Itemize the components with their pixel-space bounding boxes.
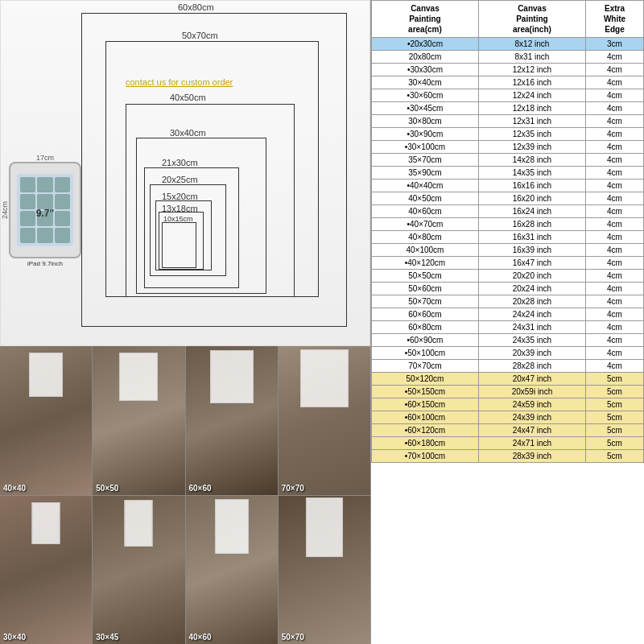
- cell-label-40x60: 40×60: [189, 633, 212, 642]
- cell-label-40x40: 40×40: [3, 484, 26, 493]
- table-cell-edge: 4cm: [586, 283, 644, 295]
- table-row: •50×150cm20x59i inch5cm: [372, 386, 644, 398]
- cell-label-50x50: 50×50: [96, 484, 118, 493]
- table-cell-inch: 12x16 inch: [478, 76, 585, 89]
- table-cell-inch: 16x20 inch: [478, 192, 585, 205]
- table-row: •30×60cm12x24 inch4cm: [372, 89, 644, 102]
- table-cell-cm: •40×120cm: [372, 257, 479, 270]
- table-row: •30x30cm12x12 inch4cm: [372, 64, 644, 76]
- table-row: •70×100cm28x39 inch5cm: [372, 450, 644, 463]
- table-cell-inch: 16x24 inch: [478, 205, 585, 218]
- table-cell-inch: 16x28 inch: [478, 218, 585, 231]
- table-cell-cm: 20x80cm: [372, 51, 479, 64]
- table-cell-inch: 16x47 inch: [478, 257, 585, 270]
- table-row: •40×40cm16x16 inch4cm: [372, 180, 644, 192]
- table-cell-cm: •30×45cm: [372, 102, 479, 115]
- table-cell-cm: 50×70cm: [372, 295, 479, 308]
- table-cell-edge: 4cm: [586, 167, 644, 180]
- table-cell-edge: 4cm: [586, 180, 644, 192]
- size-label-13x18: 13x18cm: [162, 204, 198, 213]
- table-row: •60×90cm24x35 inch4cm: [372, 334, 644, 347]
- table-cell-edge: 5cm: [586, 411, 644, 424]
- cell-label-50x70: 50×70: [282, 633, 304, 642]
- table-cell-inch: 20x24 inch: [478, 283, 585, 295]
- table-cell-edge: 4cm: [586, 51, 644, 64]
- table-row: 60×60cm24x24 inch4cm: [372, 308, 644, 321]
- table-cell-cm: •60×90cm: [372, 334, 479, 347]
- size-label-10x15: 10x15cm: [163, 215, 193, 223]
- table-row: 40×50cm16x20 inch4cm: [372, 192, 644, 205]
- size-label-60x80: 60x80cm: [178, 2, 214, 12]
- table-cell-cm: 50×60cm: [372, 283, 479, 295]
- table-row: 50×70cm20x28 inch4cm: [372, 295, 644, 308]
- size-label-15x20: 15x20cm: [162, 192, 198, 201]
- table-cell-cm: •60×180cm: [372, 437, 479, 450]
- size-cell-30x40: 30×40: [0, 496, 92, 645]
- table-cell-edge: 4cm: [586, 154, 644, 167]
- table-cell-cm: •30×90cm: [372, 128, 479, 141]
- cell-label-30x40: 30×40: [3, 633, 26, 642]
- cell-label-70x70: 70×70: [282, 484, 304, 493]
- table-cell-cm: •60×120cm: [372, 424, 479, 437]
- size-cell-30x45: 30×45: [93, 496, 184, 645]
- table-cell-cm: 70×70cm: [372, 360, 479, 373]
- table-row: •60×150cm24x59 inch5cm: [372, 398, 644, 411]
- table-row: 50×120cm20x47 inch5cm: [372, 373, 644, 386]
- table-cell-cm: 50×50cm: [372, 270, 479, 283]
- table-cell-cm: 40×100cm: [372, 244, 479, 257]
- table-cell-inch: 12x18 inch: [478, 102, 585, 115]
- table-header-edge: ExtraWhiteEdge: [586, 1, 644, 38]
- left-panel: 60x80cm 50x70cm contact us for custom or…: [0, 0, 370, 644]
- table-row: 35×70cm14x28 inch4cm: [372, 154, 644, 167]
- table-row: •40×70cm16x28 inch4cm: [372, 218, 644, 231]
- table-row: •40×120cm16x47 inch4cm: [372, 257, 644, 270]
- table-cell-cm: 40×50cm: [372, 192, 479, 205]
- table-row: •30×100cm12x39 inch4cm: [372, 141, 644, 154]
- table-row: •30×90cm12x35 inch4cm: [372, 128, 644, 141]
- table-row: 50×60cm20x24 inch4cm: [372, 283, 644, 295]
- table-row: •50×100cm20x39 inch4cm: [372, 347, 644, 360]
- size-table: CanvasPaintingarea(cm) CanvasPaintingare…: [371, 0, 644, 463]
- table-cell-edge: 4cm: [586, 244, 644, 257]
- table-cell-inch: 16x39 inch: [478, 244, 585, 257]
- table-cell-edge: 5cm: [586, 386, 644, 398]
- table-cell-cm: •70×100cm: [372, 450, 479, 463]
- table-cell-edge: 3cm: [586, 38, 644, 51]
- table-cell-inch: 8x31 inch: [478, 51, 585, 64]
- table-cell-edge: 4cm: [586, 218, 644, 231]
- table-row: 30×80cm12x31 inch4cm: [372, 115, 644, 128]
- table-cell-inch: 28x28 inch: [478, 360, 585, 373]
- table-cell-cm: 40×80cm: [372, 231, 479, 244]
- table-cell-edge: 4cm: [586, 205, 644, 218]
- table-cell-inch: 16x31 inch: [478, 231, 585, 244]
- size-cell-70x70: 70×70: [279, 346, 370, 495]
- table-cell-inch: 24x39 inch: [478, 411, 585, 424]
- table-cell-inch: 24x59 inch: [478, 398, 585, 411]
- size-cell-40x60: 40×60: [186, 496, 278, 645]
- table-cell-inch: 20x47 inch: [478, 373, 585, 386]
- table-cell-cm: 60×80cm: [372, 321, 479, 334]
- table-row: •60×120cm24x47 inch5cm: [372, 424, 644, 437]
- table-cell-inch: 28x39 inch: [478, 450, 585, 463]
- table-cell-edge: 4cm: [586, 192, 644, 205]
- table-cell-inch: 12x35 inch: [478, 128, 585, 141]
- ipad-width-label: 17cm: [36, 154, 54, 162]
- table-cell-edge: 4cm: [586, 308, 644, 321]
- table-cell-edge: 4cm: [586, 76, 644, 89]
- table-cell-cm: •50×100cm: [372, 347, 479, 360]
- table-cell-cm: 40×60cm: [372, 205, 479, 218]
- table-cell-inch: 20x39 inch: [478, 347, 585, 360]
- size-cell-50x50: 50×50: [93, 346, 184, 495]
- table-cell-inch: 14x35 inch: [478, 167, 585, 180]
- table-cell-cm: 30×80cm: [372, 115, 479, 128]
- table-cell-edge: 4cm: [586, 360, 644, 373]
- table-cell-edge: 4cm: [586, 270, 644, 283]
- size-box-10x15: [162, 222, 196, 268]
- table-cell-cm: •30×100cm: [372, 141, 479, 154]
- table-cell-inch: 24x24 inch: [478, 308, 585, 321]
- size-cell-40x40: 40×40: [0, 346, 92, 495]
- table-cell-edge: 4cm: [586, 347, 644, 360]
- right-panel: CanvasPaintingarea(cm) CanvasPaintingare…: [370, 0, 644, 644]
- ipad-screen-label: 9.7": [36, 208, 54, 219]
- table-cell-cm: •20x30cm: [372, 38, 479, 51]
